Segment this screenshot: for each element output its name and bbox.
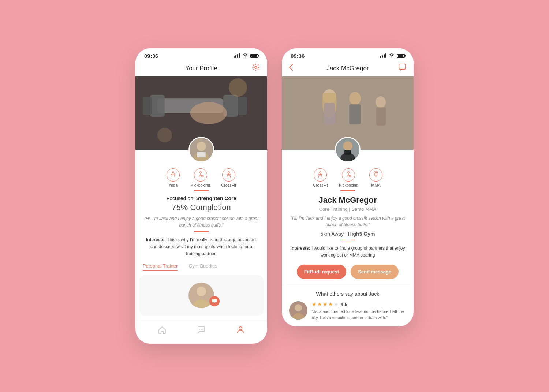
star-3: ★ [323, 301, 328, 307]
bottom-nav-1 [135, 320, 267, 344]
trainer-message-badge[interactable] [209, 296, 220, 306]
jack-header: Jack McGregor [282, 62, 414, 76]
quote-text-2: "Hi, I'm Jack and I enjoy a good crossfi… [289, 215, 406, 228]
interests-label-2: Interests: [291, 246, 310, 251]
phone-jack: 09:36 [282, 48, 414, 326]
mma-icon [369, 168, 382, 182]
avatar-1 [188, 137, 214, 163]
tab-personal-trainer[interactable]: Personal Trainer [143, 263, 178, 271]
svg-rect-3 [150, 95, 165, 117]
avatar-inner-2 [336, 138, 359, 161]
activity-yoga: Yoga [167, 168, 180, 187]
back-icon[interactable] [289, 64, 293, 72]
settings-icon[interactable] [252, 63, 260, 73]
kickboxing-label: Kickboxing [191, 183, 210, 187]
profile2-content: Jack McGregor Core Training | Sento MMA … [282, 195, 414, 237]
focused-label: Focused on: [167, 195, 195, 201]
svg-point-11 [197, 142, 206, 151]
phones-container: 09:36 [135, 26, 414, 366]
interests-section-2: Interests: I would like to find a group … [282, 245, 414, 259]
interests-text-1: Interests: This is why I'm really liking… [143, 236, 260, 258]
profile-content-1: Focused on: Strenghten Core 75% Completi… [135, 195, 267, 228]
interests-body-1: This is why I'm really liking this app, … [150, 237, 257, 256]
header-title-1: Your Profile [185, 65, 217, 72]
activities-row-1: Yoga Kickboxing [135, 168, 267, 187]
stars-row: ★ ★ ★ ★ ★ 4.5 [312, 301, 406, 307]
focused-text: Focused on: Strenghten Core [143, 195, 260, 201]
avatar-container-1 [135, 137, 267, 163]
svg-rect-37 [344, 150, 351, 155]
action-buttons: FitBudi request Send message [282, 265, 414, 279]
profile-header: Your Profile [135, 62, 267, 76]
review-card: ★ ★ ★ ★ ★ 4.5 "Jack and I trained for a … [289, 301, 406, 321]
svg-point-35 [343, 141, 352, 151]
wifi-icon-1 [242, 53, 248, 59]
review-content: ★ ★ ★ ★ ★ 4.5 "Jack and I trained for a … [312, 301, 406, 321]
svg-point-19 [197, 287, 206, 296]
send-message-button[interactable]: Send message [351, 265, 399, 279]
signal-icon-2 [380, 53, 386, 58]
interests-body-2: I would like to find a group of partners… [311, 246, 405, 258]
tabs-row-1: Personal Trainer Gym Buddies [135, 263, 267, 271]
header-title-2: Jack McGregor [326, 65, 369, 72]
phone-profile: 09:36 [135, 48, 267, 344]
nav-messages[interactable] [197, 325, 206, 336]
crossfit-label: CrossFit [221, 183, 236, 187]
completion-text: 75% Completion [143, 203, 260, 212]
status-bar-1: 09:36 [135, 48, 267, 62]
svg-point-0 [255, 66, 257, 68]
star-2: ★ [317, 301, 322, 307]
jack-name: Jack McGregor [289, 195, 406, 205]
gym-text: High5 Gym [348, 231, 375, 237]
reviewer-avatar [289, 301, 307, 320]
wifi-icon-2 [389, 53, 395, 59]
divider-2 [194, 231, 209, 232]
signal-icon-1 [234, 53, 240, 58]
activity-kickboxing-2: Kickboxing [339, 168, 358, 187]
reviews-section: What others say about Jack ★ ★ ★ ★ [282, 285, 414, 326]
activities-row-2: CrossFit Kickboxing [282, 168, 414, 187]
jack-subtitle: Core Training | Sento MMA [289, 206, 406, 212]
tab-gym-buddies[interactable]: Gym Buddies [188, 263, 217, 271]
kickboxing-icon-2 [342, 168, 355, 182]
distance-text: 5km Away [321, 231, 344, 237]
nav-profile[interactable] [236, 325, 245, 336]
svg-rect-16 [201, 175, 203, 177]
svg-point-44 [295, 304, 302, 311]
status-bar-2: 09:36 [282, 48, 414, 62]
activity-kickboxing: Kickboxing [191, 168, 210, 187]
jack-distance: 5km Away | High5 Gym [289, 231, 406, 237]
crossfit-label-2: CrossFit [313, 183, 328, 187]
trainer-card[interactable] [139, 275, 264, 316]
status-time-2: 09:36 [291, 53, 305, 59]
kickboxing-icon [194, 168, 207, 182]
svg-point-21 [199, 329, 200, 330]
activity-crossfit-2: CrossFit [313, 168, 328, 187]
yoga-icon [167, 168, 180, 182]
message-icon[interactable] [398, 63, 406, 73]
separator: | [345, 231, 348, 237]
svg-point-22 [201, 329, 202, 330]
svg-point-24 [239, 327, 242, 330]
review-text: "Jack and I trained for a few months bef… [312, 309, 406, 321]
mma-label: MMA [371, 183, 381, 187]
fitbudi-request-button[interactable]: FitBudi request [297, 265, 346, 279]
status-icons-2 [380, 53, 405, 59]
battery-icon-1 [250, 54, 258, 58]
star-1: ★ [312, 301, 317, 307]
nav-home[interactable] [158, 325, 167, 336]
interests-text-2: Interests: I would like to find a group … [289, 245, 406, 259]
interests-section-1: Interests: This is why I'm really liking… [135, 236, 267, 258]
divider-4 [340, 240, 355, 240]
kickboxing-label-2: Kickboxing [339, 183, 358, 187]
svg-rect-40 [349, 175, 351, 177]
divider-1 [194, 190, 209, 191]
yoga-label: Yoga [169, 183, 178, 187]
crossfit-icon [222, 168, 235, 182]
svg-point-23 [202, 329, 203, 330]
star-5: ★ [334, 301, 339, 307]
avatar-inner-1 [190, 138, 213, 161]
quote-text-1: "Hi, I'm Jack and I enjoy a good crossfi… [143, 215, 260, 228]
status-icons-1 [234, 53, 258, 59]
svg-point-8 [229, 78, 247, 97]
